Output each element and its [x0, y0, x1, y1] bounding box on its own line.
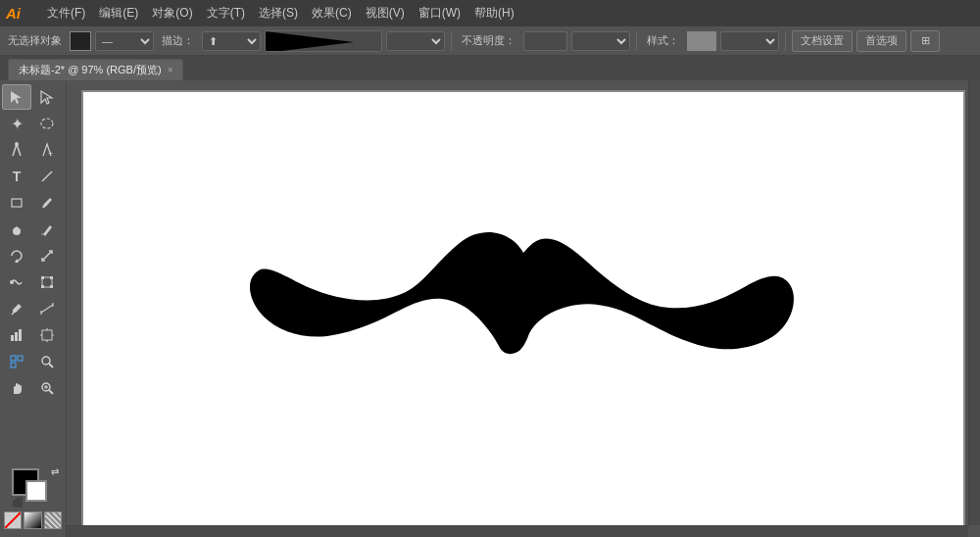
svg-rect-10 [41, 276, 44, 279]
stroke-dropdown[interactable] [386, 31, 445, 51]
menu-bar: 文件(F) 编辑(E) 对象(O) 文字(T) 选择(S) 效果(C) 视图(V… [41, 3, 520, 24]
artboard-tool[interactable] [32, 322, 62, 348]
artboard [83, 92, 963, 525]
opacity-label: 不透明度： [458, 33, 519, 48]
svg-line-14 [41, 305, 53, 313]
swatch-row-2 [4, 512, 62, 529]
horizontal-scrollbar[interactable] [67, 525, 968, 537]
divider-3 [785, 31, 786, 51]
scale-tool[interactable] [32, 243, 62, 268]
tool-row-1 [2, 84, 64, 110]
tool-row-6 [2, 217, 64, 242]
main-layout: ✦ + T [0, 80, 980, 537]
type-tool[interactable]: T [2, 164, 31, 189]
gradient-swatch[interactable] [24, 512, 41, 529]
canvas-area [67, 80, 980, 537]
slice-tool[interactable] [2, 349, 31, 374]
direct-select-tool[interactable] [32, 84, 62, 110]
divider-2 [636, 31, 637, 51]
pencil-tool[interactable] [32, 217, 62, 242]
zoom-tool[interactable] [32, 375, 62, 401]
menu-view[interactable]: 视图(V) [360, 3, 411, 24]
title-bar: Ai 文件(F) 编辑(E) 对象(O) 文字(T) 选择(S) 效果(C) 视… [0, 0, 980, 26]
tab-title: 未标题-2* @ 97% (RGB/预览) [19, 63, 162, 77]
svg-rect-18 [15, 332, 18, 341]
svg-rect-12 [41, 285, 44, 288]
tool-row-11 [2, 349, 64, 374]
magic-wand-tool[interactable]: ✦ [2, 111, 31, 136]
color-swatches: ⬛ ⇄ [2, 464, 64, 533]
menu-window[interactable]: 窗口(W) [413, 3, 466, 24]
none-swatch[interactable] [4, 512, 22, 529]
add-anchor-tool[interactable]: + [32, 137, 62, 163]
arrange-button[interactable]: ⊞ [910, 30, 940, 52]
doc-settings-button[interactable]: 文档设置 [792, 30, 853, 52]
eyedropper-tool[interactable] [2, 296, 31, 321]
opacity-input[interactable]: 100% [523, 31, 567, 51]
warp-tool[interactable] [2, 269, 31, 295]
style-dropdown[interactable] [720, 31, 779, 51]
document-tab[interactable]: 未标题-2* @ 97% (RGB/预览) × [8, 59, 183, 80]
svg-marker-0 [266, 31, 354, 52]
hand-tool[interactable] [2, 375, 31, 401]
color-swatch-area: ⬛ ⇄ [12, 468, 55, 508]
tool-row-12 [2, 375, 64, 401]
fill-type-select[interactable]: — [95, 31, 154, 51]
mustache-artwork [210, 194, 837, 449]
tool-row-2: ✦ [2, 111, 64, 136]
paint-brush-tool[interactable] [32, 190, 62, 216]
menu-select[interactable]: 选择(S) [253, 3, 304, 24]
lasso-tool[interactable] [32, 111, 62, 136]
svg-rect-5 [12, 199, 22, 207]
ai-logo-icon: Ai [6, 5, 33, 22]
select-tool[interactable] [2, 84, 31, 110]
swap-colors-icon[interactable]: ⇄ [51, 466, 59, 477]
menu-help[interactable]: 帮助(H) [468, 3, 520, 24]
fill-color-box[interactable] [70, 31, 91, 51]
svg-rect-17 [11, 335, 14, 341]
svg-rect-11 [50, 276, 53, 279]
tool-row-10 [2, 322, 64, 348]
stroke-label: 描边： [158, 33, 198, 48]
svg-rect-19 [19, 329, 22, 341]
svg-point-28 [42, 357, 50, 365]
tool-row-4: T [2, 164, 64, 189]
menu-file[interactable]: 文件(F) [41, 3, 91, 24]
tab-bar: 未标题-2* @ 97% (RGB/预览) × [0, 56, 980, 80]
tools-panel: ✦ + T [0, 80, 67, 537]
svg-text:+: + [48, 149, 53, 158]
tool-row-9 [2, 296, 64, 321]
svg-line-31 [49, 390, 53, 394]
menu-effect[interactable]: 效果(C) [306, 3, 358, 24]
background-color-swatch[interactable] [25, 480, 47, 502]
graph-tool[interactable] [2, 322, 31, 348]
free-transform-tool[interactable] [32, 269, 62, 295]
opacity-dropdown[interactable] [571, 31, 630, 51]
zoom-tool-2[interactable] [32, 349, 62, 374]
svg-line-4 [42, 171, 52, 181]
pen-tool[interactable] [2, 137, 31, 163]
divider-1 [451, 31, 452, 51]
toolbar: 无选择对象 — 描边： ⬆ 不透明度： 100% 样式： 文档设置 首选项 ⊞ [0, 26, 980, 56]
line-tool[interactable] [32, 164, 62, 189]
preferences-button[interactable]: 首选项 [857, 30, 906, 52]
selection-label: 无选择对象 [4, 33, 66, 48]
style-preview [687, 31, 716, 51]
menu-object[interactable]: 对象(O) [146, 3, 198, 24]
rect-tool[interactable] [2, 190, 31, 216]
svg-rect-27 [11, 363, 16, 367]
tab-close-button[interactable]: × [168, 65, 173, 75]
menu-type[interactable]: 文字(T) [201, 3, 251, 24]
svg-rect-20 [42, 330, 52, 340]
vertical-scrollbar[interactable] [968, 80, 980, 525]
rotate-tool[interactable] [2, 243, 31, 268]
pattern-swatch[interactable] [44, 512, 62, 529]
measure-tool[interactable] [32, 296, 62, 321]
svg-rect-25 [11, 356, 16, 361]
menu-edit[interactable]: 编辑(E) [93, 3, 144, 24]
tool-row-5 [2, 190, 64, 216]
svg-point-1 [41, 119, 53, 128]
stroke-select[interactable]: ⬆ [202, 31, 261, 51]
reset-colors-icon[interactable]: ⬛ [12, 497, 24, 508]
blob-brush-tool[interactable] [2, 217, 31, 242]
